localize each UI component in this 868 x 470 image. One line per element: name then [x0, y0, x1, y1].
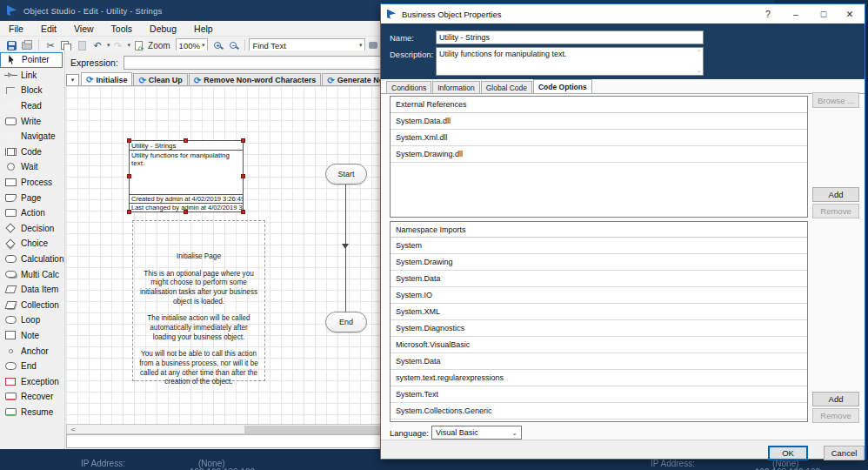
tool-note[interactable]: Note [0, 328, 64, 344]
add-namespace-button[interactable]: Add [812, 392, 859, 406]
tool-action[interactable]: Action [0, 205, 64, 221]
list-item[interactable]: System.Text [391, 386, 807, 403]
scroll-up-icon[interactable]: ⌃ [697, 50, 701, 55]
tool-navigate[interactable]: Navigate [0, 129, 64, 144]
multi-calc-icon [5, 271, 17, 278]
code-icon [5, 148, 17, 156]
list-item[interactable]: System.XML [391, 304, 807, 320]
selection-handle[interactable] [184, 138, 188, 143]
tool-write[interactable]: Write [0, 113, 64, 129]
tool-block[interactable]: Block [0, 83, 64, 98]
tab-information[interactable]: Information [432, 81, 480, 94]
list-item[interactable]: System.Drawing [391, 254, 807, 271]
tool-wait[interactable]: Wait [0, 159, 64, 175]
list-item[interactable]: Microsoft.VisualBasic [391, 337, 807, 353]
initialise-page-note[interactable]: Initialise Page This is an optional page… [132, 220, 265, 381]
decision-icon [5, 224, 15, 233]
list-item[interactable]: System.Xml.dll [391, 130, 807, 146]
maximize-button[interactable]: □ [811, 4, 837, 24]
name-input[interactable]: Utility - Strings [436, 30, 704, 44]
namespace-imports-list[interactable]: Namespace Imports System System.Drawing … [390, 221, 808, 422]
menu-tools[interactable]: Tools [103, 21, 142, 36]
list-item[interactable]: System.Data [391, 353, 807, 370]
selection-handle[interactable] [127, 174, 131, 178]
selection-handle[interactable] [127, 210, 131, 214]
tool-collection[interactable]: Collection [0, 298, 64, 313]
external-references-list[interactable]: External References System.Data.dll Syst… [390, 96, 808, 218]
tool-code[interactable]: Code [0, 144, 64, 160]
menu-file[interactable]: File [0, 21, 32, 36]
tool-exception[interactable]: Exception [0, 373, 64, 389]
list-item[interactable]: System.Diagnostics [391, 320, 807, 337]
toolbar-separator [38, 39, 39, 51]
tool-page[interactable]: Page [0, 190, 64, 205]
menu-help[interactable]: Help [185, 21, 222, 36]
tab-code-options[interactable]: Code Options [533, 79, 592, 94]
selection-handle[interactable] [241, 210, 245, 214]
object-info-box[interactable]: Utility - Strings Utility functions for … [129, 140, 244, 212]
tool-read[interactable]: Read [0, 98, 64, 114]
list-item[interactable]: System.IO [391, 287, 807, 304]
selection-handle[interactable] [184, 210, 188, 214]
menu-debug[interactable]: Debug [141, 21, 185, 36]
add-reference-button[interactable]: Add [812, 187, 859, 202]
description-input[interactable]: Utility functions for manipulating text.… [436, 47, 704, 76]
tab-initialise[interactable]: ⟳Initialise [81, 72, 132, 86]
minimize-button[interactable]: – [783, 4, 809, 24]
page-list-dropdown[interactable]: ▾ [66, 74, 79, 86]
page-tab-icon: ⟳ [138, 76, 145, 85]
list-item[interactable]: System.Drawing.dll [391, 146, 807, 163]
selection-handle[interactable] [127, 138, 131, 143]
browse-button[interactable]: Browse ... [812, 92, 859, 108]
flow-arrow-icon [342, 244, 349, 249]
recover-icon [5, 393, 17, 400]
close-button[interactable]: ✕ [837, 4, 863, 24]
resume-icon [5, 408, 17, 416]
list-item[interactable]: System.Collections.Generic [391, 403, 807, 420]
tool-anchor[interactable]: Anchor [0, 343, 64, 359]
tab-clean-up[interactable]: ⟳Clean Up [133, 73, 187, 86]
list-header: Namespace Imports [391, 222, 807, 238]
tool-resume[interactable]: Resume [0, 405, 64, 420]
start-node[interactable]: Start [325, 164, 367, 185]
block-icon [6, 87, 15, 94]
remove-namespace-button[interactable]: Remove [812, 408, 859, 423]
list-item[interactable]: system.text.regularexpressions [391, 370, 807, 386]
write-icon [5, 118, 17, 125]
ok-button[interactable]: OK [768, 446, 808, 460]
tool-choice[interactable]: Choice [0, 236, 64, 252]
list-item[interactable]: System [391, 238, 807, 254]
tool-recover[interactable]: Recover [0, 389, 64, 405]
remove-reference-button[interactable]: Remove [812, 204, 859, 218]
tab-conditions[interactable]: Conditions [386, 81, 431, 94]
tool-data-item[interactable]: Data Item [0, 282, 64, 298]
scroll-down-icon[interactable]: ⌄ [697, 68, 701, 73]
tool-pointer[interactable]: Pointer [0, 52, 63, 68]
tool-decision[interactable]: Decision [0, 221, 64, 237]
end-node[interactable]: End [325, 312, 367, 332]
find-next-icon[interactable] [369, 42, 377, 49]
tool-end[interactable]: End [0, 359, 64, 374]
selection-handle[interactable] [241, 138, 245, 143]
menu-view[interactable]: View [65, 21, 103, 36]
blue-prism-logo-icon [387, 10, 396, 19]
zoom-value: 100% [179, 41, 200, 50]
cancel-button[interactable]: Cancel [824, 446, 865, 460]
help-button[interactable]: ? [755, 4, 781, 24]
tab-global-code[interactable]: Global Code [481, 81, 532, 94]
list-item[interactable]: System.Data [391, 271, 807, 287]
language-select[interactable]: Visual Basic ⌄ [431, 426, 522, 440]
tool-multi-calc[interactable]: Multi Calc [0, 266, 64, 282]
menu-edit[interactable]: Edit [32, 21, 65, 36]
tool-process[interactable]: Process [0, 175, 64, 191]
zoom-out-icon: − [230, 42, 237, 49]
print-icon [22, 42, 32, 50]
tool-link[interactable]: Link [0, 68, 64, 84]
tool-calculation[interactable]: Calculation [0, 252, 64, 267]
dialog-tabs: Conditions Information Global Code Code … [386, 79, 593, 94]
tool-loop[interactable]: Loop [0, 312, 64, 328]
tab-remove-non-word-characters[interactable]: ⟳Remove Non-word Characters [189, 73, 321, 86]
scroll-left-icon[interactable]: < [67, 426, 79, 433]
selection-handle[interactable] [241, 174, 245, 178]
list-item[interactable]: System.Data.dll [391, 113, 807, 130]
